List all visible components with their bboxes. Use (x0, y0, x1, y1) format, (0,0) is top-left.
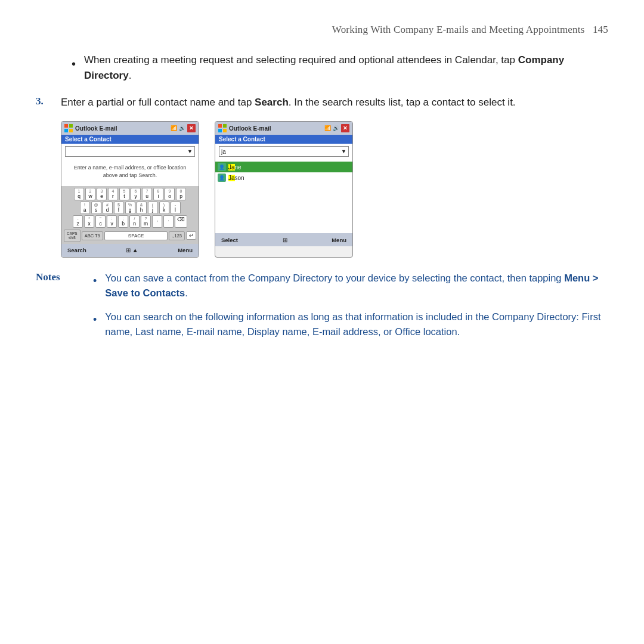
screen1-grid-icon: ⊞ ▲ (126, 247, 138, 253)
notes-label: Notes (36, 271, 83, 348)
contact-row-jason[interactable]: 👤 Jason (215, 172, 352, 183)
screen1-search-button[interactable]: Search (67, 247, 86, 253)
phone-screen-1: Outlook E-mail 📶 🔊 ✕ Select a Contact ▼ (61, 121, 199, 257)
kb-key-period[interactable]: . (163, 215, 174, 228)
step-number: 3. (36, 95, 52, 107)
kb-key-backspace[interactable]: ⌫ (175, 215, 187, 228)
notes-section: Notes • You can save a contact from the … (36, 271, 608, 348)
screen2-bottombar: Select ⊞ Menu (215, 233, 352, 246)
kb-enter-key[interactable]: ↵ (186, 231, 196, 240)
page-container: Working With Company E-mails and Meeting… (0, 0, 644, 644)
name-rest-son: son (235, 175, 244, 181)
screen1-keyboard: 1q 2w 3e 4r 5t 6y 7u 8i 9o 0p !a @s (61, 186, 199, 243)
contact-row-jane[interactable]: 👤 Jane (215, 162, 352, 172)
svg-rect-3 (69, 129, 73, 132)
screen1-content: ▼ Enter a name, e-mail address, or offic… (61, 144, 199, 186)
kb-key-s[interactable]: @s (91, 202, 101, 214)
bullet-dot-icon: • (72, 55, 76, 73)
kb-key-t[interactable]: 5t (119, 188, 129, 200)
highlight-ja-1: Ja (228, 164, 235, 171)
contact-name-jason: Jason (228, 175, 244, 181)
kb-key-d[interactable]: #d (103, 202, 113, 214)
notes-bullet-2: • You can search on the following inform… (93, 309, 608, 340)
kb-key-e[interactable]: 3e (97, 188, 107, 200)
svg-rect-5 (223, 124, 227, 128)
kb-key-x[interactable]: *x (84, 215, 94, 228)
screenshots-row: Outlook E-mail 📶 🔊 ✕ Select a Contact ▼ (61, 121, 608, 257)
kb-key-j[interactable]: (j (148, 202, 158, 214)
kb-space-key[interactable]: SPACE (104, 231, 168, 240)
contact-name-jane: Jane (228, 164, 242, 171)
kb-bottom-row: CAPSshift ABC T9 SPACE .,123 ↵ (63, 229, 197, 242)
kb-caps-key[interactable]: CAPSshift (64, 230, 80, 242)
screen1-subtitle: Select a Contact (61, 135, 199, 144)
screen2-input-value: ja (221, 148, 226, 155)
notes-content: • You can save a contact from the Compan… (93, 271, 608, 348)
svg-rect-2 (64, 129, 68, 132)
signal-icon: 📶 (171, 125, 177, 131)
kb-key-p[interactable]: 0p (176, 188, 186, 200)
kb-key-h[interactable]: &h (137, 202, 147, 214)
screen1-menu-button[interactable]: Menu (178, 247, 193, 253)
close-button[interactable]: ✕ (187, 124, 196, 132)
kb-key-v[interactable]: :v (107, 215, 117, 228)
page-header: Working With Company E-mails and Meeting… (36, 24, 608, 36)
bullet-item: • When creating a meeting request and se… (72, 52, 608, 84)
contact-list-area: 👤 Jane 👤 Jason (215, 162, 352, 233)
kb-key-a[interactable]: !a (80, 202, 90, 214)
kb-key-i[interactable]: 8i (153, 188, 163, 200)
kb-key-g[interactable]: %g (125, 202, 135, 214)
screen2-input[interactable]: ja ▼ (219, 146, 349, 157)
screen2-titlebar-right: 📶 🔊 ✕ (324, 124, 349, 132)
kb-key-r[interactable]: 4r (108, 188, 118, 200)
contact-avatar-jason: 👤 (218, 174, 226, 182)
notes-bullet-dot-1: • (93, 273, 97, 290)
screen1-bottombar: Search ⊞ ▲ Menu (61, 244, 199, 257)
screen1-title-text: Outlook E-mail (75, 125, 117, 132)
screen1-titlebar-left: Outlook E-mail (64, 124, 117, 132)
kb-key-w[interactable]: 2w (85, 188, 95, 200)
screen2-dropdown-arrow: ▼ (341, 148, 346, 154)
kb-key-z[interactable]: -z (73, 215, 83, 228)
speaker-icon-2: 🔊 (333, 125, 339, 131)
speaker-icon: 🔊 (179, 125, 185, 131)
kb-key-o[interactable]: 9o (165, 188, 175, 200)
bullet-text: When creating a meeting request and sele… (84, 52, 608, 84)
header-text: Working With Company E-mails and Meeting… (332, 24, 585, 35)
kb-key-n[interactable]: /n (129, 215, 140, 228)
notes-bullet-dot-2: • (93, 312, 97, 329)
close-button-2[interactable]: ✕ (341, 124, 349, 132)
screen2-titlebar-left: Outlook E-mail (218, 124, 271, 132)
screen1-titlebar-right: 📶 🔊 ✕ (171, 124, 196, 132)
kb-key-m[interactable]: ?m (141, 215, 151, 228)
kb-abc-key[interactable]: ABC T9 (82, 231, 103, 240)
svg-rect-6 (218, 129, 222, 132)
step-row: 3. Enter a partial or full contact name … (36, 95, 608, 110)
kb-key-k[interactable]: )k (159, 202, 169, 214)
windows-flag-icon (64, 124, 73, 132)
notes-text-2: You can search on the following informat… (105, 309, 608, 340)
kb-num-key[interactable]: .,123 (169, 231, 185, 240)
kb-key-f[interactable]: $f (114, 202, 124, 214)
kb-key-u[interactable]: 7u (142, 188, 152, 200)
kb-key-q[interactable]: 1q (74, 188, 84, 200)
screen2-title-text: Outlook E-mail (229, 125, 271, 132)
svg-rect-0 (64, 124, 68, 128)
bullet-section: • When creating a meeting request and se… (72, 52, 608, 84)
contact-avatar-jane: 👤 (218, 163, 226, 171)
kb-key-l[interactable]: -l (171, 202, 181, 214)
svg-rect-1 (69, 124, 73, 128)
screen1-input[interactable]: ▼ (65, 146, 195, 157)
kb-row-3: -z *x "c :v ;b /n ?m , . ⌫ (63, 215, 197, 228)
screen2-content: ja ▼ (215, 144, 352, 162)
windows-flag-icon-2 (218, 124, 227, 132)
kb-key-comma[interactable]: , (152, 215, 162, 228)
kb-key-c[interactable]: "c (95, 215, 106, 228)
screen2-menu-button[interactable]: Menu (332, 237, 346, 243)
kb-key-b[interactable]: ;b (118, 215, 128, 228)
name-rest-ne: ne (235, 164, 242, 171)
screen2-grid-icon: ⊞ (283, 237, 287, 243)
kb-key-y[interactable]: 6y (131, 188, 141, 200)
screen2-select-button[interactable]: Select (221, 237, 238, 243)
kb-row-2: !a @s #d $f %g &h (j )k -l (63, 202, 197, 214)
